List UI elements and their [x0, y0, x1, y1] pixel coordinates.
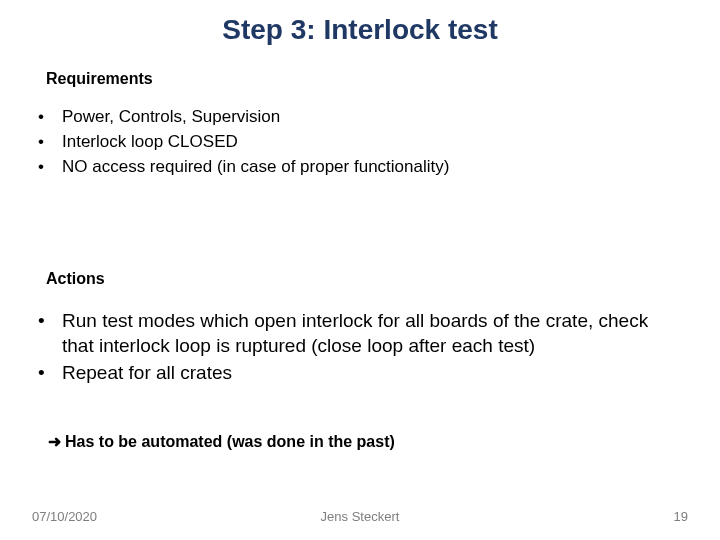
- list-item: NO access required (in case of proper fu…: [32, 156, 680, 179]
- conclusion-line: ➜Has to be automated (was done in the pa…: [48, 432, 680, 451]
- list-item: Repeat for all crates: [32, 360, 680, 385]
- actions-heading: Actions: [46, 270, 105, 288]
- actions-list: Run test modes which open interlock for …: [32, 308, 680, 387]
- arrow-icon: ➜: [48, 433, 61, 450]
- footer: 07/10/2020 Jens Steckert 19: [0, 504, 720, 524]
- footer-page: 19: [674, 509, 688, 524]
- slide: Step 3: Interlock test Requirements Powe…: [0, 0, 720, 540]
- requirements-list: Power, Controls, Supervision Interlock l…: [32, 106, 680, 181]
- slide-title: Step 3: Interlock test: [0, 14, 720, 46]
- requirements-heading: Requirements: [46, 70, 153, 88]
- list-item: Interlock loop CLOSED: [32, 131, 680, 154]
- footer-author: Jens Steckert: [0, 509, 720, 524]
- conclusion-text: Has to be automated (was done in the pas…: [65, 433, 395, 450]
- list-item: Run test modes which open interlock for …: [32, 308, 680, 358]
- list-item: Power, Controls, Supervision: [32, 106, 680, 129]
